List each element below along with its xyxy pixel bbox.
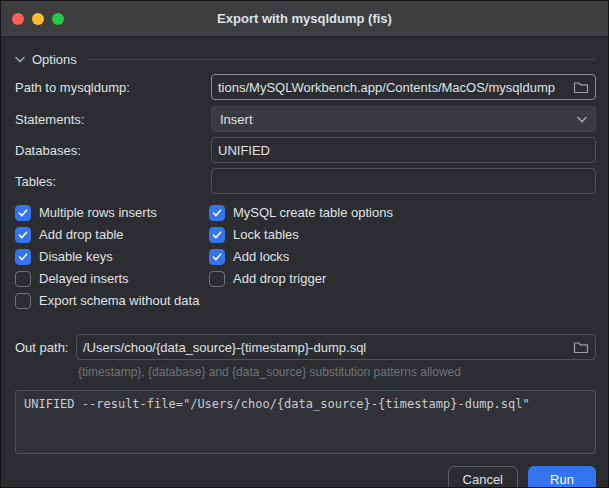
titlebar: Export with mysqldump (fis) [1, 1, 608, 37]
statements-row: Statements: Insert [15, 106, 596, 132]
out-path-label: Out path: [15, 340, 76, 355]
chevron-down-icon [577, 116, 587, 123]
options-section-toggle[interactable]: Options [15, 52, 596, 67]
path-row: Path to mysqldump: tions/MySQLWorkbench.… [15, 74, 596, 100]
checkbox-delayed-inserts[interactable]: Delayed inserts [15, 268, 209, 289]
checkbox-label: Add drop trigger [233, 271, 326, 286]
checkbox-icon [209, 227, 225, 243]
checkbox-icon [15, 249, 31, 265]
tables-row: Tables: [15, 168, 596, 194]
checkbox-grid: Multiple rows inserts Add drop table Dis… [15, 202, 596, 312]
section-divider [87, 59, 596, 60]
checkbox-icon [209, 205, 225, 221]
dialog-footer: Cancel Run [15, 466, 596, 488]
checkbox-label: Delayed inserts [39, 271, 129, 286]
browse-folder-icon[interactable] [573, 81, 589, 94]
browse-folder-icon[interactable] [573, 341, 589, 354]
checkbox-label: Add locks [233, 249, 289, 264]
checkbox-add-drop-trigger[interactable]: Add drop trigger [209, 268, 596, 289]
databases-label: Databases: [15, 143, 211, 158]
checkbox-multiple-rows-inserts[interactable]: Multiple rows inserts [15, 202, 209, 223]
databases-input[interactable] [211, 137, 596, 163]
checkbox-column-right: MySQL create table options Lock tables A… [209, 202, 596, 312]
statements-select[interactable]: Insert [211, 106, 596, 132]
checkbox-disable-keys[interactable]: Disable keys [15, 246, 209, 267]
tables-label: Tables: [15, 174, 211, 189]
close-window-button[interactable] [12, 13, 24, 25]
checkbox-lock-tables[interactable]: Lock tables [209, 224, 596, 245]
cancel-button[interactable]: Cancel [448, 466, 518, 488]
checkbox-label: Disable keys [39, 249, 113, 264]
checkbox-icon [15, 293, 31, 309]
command-preview[interactable]: UNIFIED --result-file="/Users/choo/{data… [15, 390, 596, 454]
chevron-down-icon [15, 56, 25, 63]
checkbox-icon [209, 249, 225, 265]
out-path-input[interactable]: /Users/choo/{data_source}-{timestamp}-du… [76, 334, 596, 360]
checkbox-icon [15, 205, 31, 221]
checkbox-icon [15, 227, 31, 243]
checkbox-label: MySQL create table options [233, 205, 393, 220]
checkbox-add-locks[interactable]: Add locks [209, 246, 596, 267]
checkbox-label: Export schema without data [39, 293, 199, 308]
substitution-hint: {timestamp}, {database} and {data_source… [78, 365, 596, 379]
tables-input[interactable] [211, 168, 596, 194]
checkbox-column-left: Multiple rows inserts Add drop table Dis… [15, 202, 209, 312]
mysqldump-path-value: tions/MySQLWorkbench.app/Contents/MacOS/… [218, 80, 567, 95]
window-title: Export with mysqldump (fis) [217, 11, 392, 26]
checkbox-icon [15, 271, 31, 287]
path-label: Path to mysqldump: [15, 80, 211, 95]
checkbox-export-schema-without-data[interactable]: Export schema without data [15, 290, 209, 311]
checkbox-label: Lock tables [233, 227, 299, 242]
checkbox-label: Add drop table [39, 227, 124, 242]
export-dialog: Export with mysqldump (fis) Options Path… [0, 0, 609, 488]
statements-label: Statements: [15, 112, 211, 127]
options-section-label: Options [32, 52, 77, 67]
zoom-window-button[interactable] [52, 13, 64, 25]
out-path-row: Out path: /Users/choo/{data_source}-{tim… [15, 334, 596, 360]
mysqldump-path-input[interactable]: tions/MySQLWorkbench.app/Contents/MacOS/… [211, 74, 596, 100]
checkbox-mysql-create-table-options[interactable]: MySQL create table options [209, 202, 596, 223]
out-path-value: /Users/choo/{data_source}-{timestamp}-du… [83, 340, 567, 355]
databases-row: Databases: [15, 137, 596, 163]
checkbox-label: Multiple rows inserts [39, 205, 157, 220]
run-button[interactable]: Run [528, 466, 596, 488]
dialog-content: Options Path to mysqldump: tions/MySQLWo… [1, 37, 608, 488]
checkbox-add-drop-table[interactable]: Add drop table [15, 224, 209, 245]
minimize-window-button[interactable] [32, 13, 44, 25]
traffic-lights [12, 1, 64, 36]
statements-selected-value: Insert [220, 112, 253, 127]
checkbox-icon [209, 271, 225, 287]
